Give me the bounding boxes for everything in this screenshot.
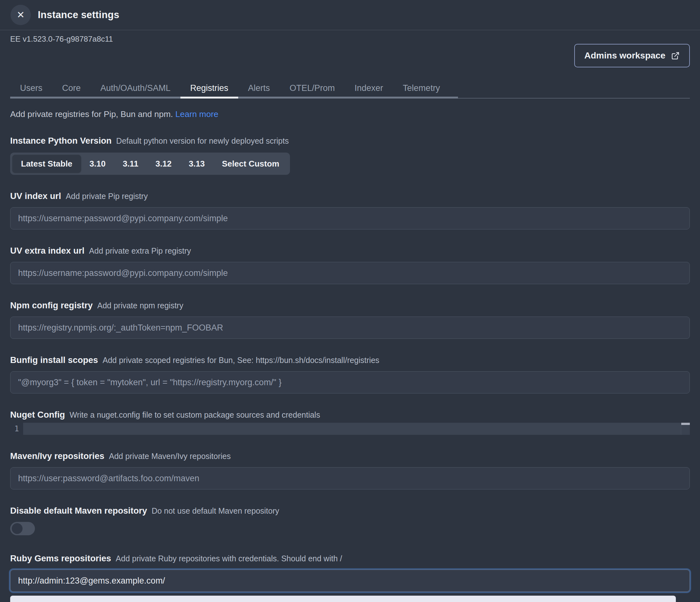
- field-uv-index-url: UV index url Add private Pip registry: [10, 191, 690, 230]
- python-option-3-13[interactable]: 3.13: [180, 155, 214, 173]
- field-maven-ivy-repositories: Maven/Ivy repositories Add private Maven…: [10, 451, 690, 489]
- npm-config-registry-label: Npm config registry: [10, 300, 93, 310]
- tab-list: Users Core Auth/OAuth/SAML Registries Al…: [10, 77, 458, 99]
- python-option-select-custom[interactable]: Select Custom: [214, 155, 288, 173]
- tab-otel-prom[interactable]: OTEL/Prom: [280, 77, 345, 99]
- field-nuget-config: Nuget Config Write a nuget.config file t…: [10, 409, 690, 435]
- uv-extra-index-url-hint: Add private extra Pip registry: [89, 246, 191, 255]
- editor-text-area[interactable]: [23, 423, 690, 435]
- bunfig-install-scopes-input[interactable]: [10, 371, 690, 393]
- editor-scrollbar[interactable]: [681, 423, 690, 425]
- modal-content: Windmill EE v1.523.0-76-g98787a8c11 Admi…: [0, 30, 700, 602]
- registries-intro-text: Add private registries for Pip, Bun and …: [10, 109, 173, 119]
- admins-workspace-label: Admins workspace: [584, 51, 666, 61]
- toggle-knob: [12, 523, 23, 534]
- python-version-label: Instance Python Version: [10, 136, 111, 146]
- page-title: Instance settings: [38, 9, 119, 21]
- field-python-version: Instance Python Version Default python v…: [10, 136, 690, 175]
- tab-auth-oauth-saml[interactable]: Auth/OAuth/SAML: [91, 77, 180, 99]
- disable-default-maven-hint: Do not use default Maven repository: [151, 506, 279, 515]
- settings-tabbar: Users Core Auth/OAuth/SAML Registries Al…: [10, 77, 690, 99]
- ruby-gems-label: Ruby Gems repositories: [10, 553, 111, 563]
- modal-header: ✕ Instance settings: [0, 0, 700, 30]
- clipped-workspace-heading: Windmill: [10, 30, 690, 33]
- python-option-3-11[interactable]: 3.11: [114, 155, 147, 173]
- uv-index-url-label: UV index url: [10, 191, 61, 201]
- ruby-gems-input[interactable]: [10, 570, 690, 592]
- external-link-icon: [671, 51, 680, 60]
- field-bunfig-install-scopes: Bunfig install scopes Add private scoped…: [10, 355, 690, 393]
- npm-config-registry-hint: Add private npm registry: [97, 301, 183, 310]
- tab-telemetry[interactable]: Telemetry: [393, 77, 450, 99]
- disable-default-maven-toggle[interactable]: [10, 522, 35, 535]
- nuget-config-hint: Write a nuget.config file to set custom …: [70, 410, 320, 419]
- disable-default-maven-label: Disable default Maven repository: [10, 506, 147, 515]
- maven-ivy-label: Maven/Ivy repositories: [10, 451, 104, 461]
- edition-version-text: EE v1.523.0-76-g98787a8c11: [10, 34, 690, 44]
- python-option-latest-stable[interactable]: Latest Stable: [12, 155, 81, 173]
- maven-ivy-hint: Add private Maven/Ivy repositories: [109, 452, 231, 461]
- tab-core[interactable]: Core: [52, 77, 91, 99]
- python-option-3-10[interactable]: 3.10: [81, 155, 114, 173]
- uv-extra-index-url-label: UV extra index url: [10, 246, 84, 256]
- bunfig-install-scopes-hint: Add private scoped registries for Bun, S…: [103, 356, 379, 365]
- tab-indexer[interactable]: Indexer: [345, 77, 393, 99]
- tab-registries[interactable]: Registries: [180, 77, 238, 99]
- editor-minimap: [681, 423, 690, 435]
- admins-workspace-button[interactable]: Admins workspace: [574, 44, 690, 67]
- save-bar: Save: [10, 596, 690, 602]
- field-npm-config-registry: Npm config registry Add private npm regi…: [10, 300, 690, 339]
- tab-alerts[interactable]: Alerts: [238, 77, 280, 99]
- editor-line-number: 1: [10, 423, 23, 435]
- learn-more-link[interactable]: Learn more: [175, 109, 219, 119]
- field-ruby-gems-repositories: Ruby Gems repositories Add private Ruby …: [10, 553, 690, 592]
- registries-intro: Add private registries for Pip, Bun and …: [10, 109, 690, 120]
- python-version-hint: Default python version for newly deploye…: [116, 136, 289, 145]
- python-option-3-12[interactable]: 3.12: [147, 155, 180, 173]
- bunfig-install-scopes-label: Bunfig install scopes: [10, 355, 98, 365]
- save-button[interactable]: Save: [10, 596, 676, 602]
- npm-config-registry-input[interactable]: [10, 317, 690, 339]
- uv-index-url-hint: Add private Pip registry: [66, 192, 148, 200]
- close-icon[interactable]: ✕: [10, 5, 31, 25]
- python-version-selector: Latest Stable 3.10 3.11 3.12 3.13 Select…: [10, 152, 290, 175]
- ruby-gems-hint: Add private Ruby repositories with crede…: [116, 554, 342, 563]
- uv-extra-index-url-input[interactable]: [10, 262, 690, 284]
- field-uv-extra-index-url: UV extra index url Add private extra Pip…: [10, 245, 690, 284]
- field-disable-default-maven: Disable default Maven repository Do not …: [10, 505, 690, 535]
- uv-index-url-input[interactable]: [10, 207, 690, 230]
- nuget-config-editor[interactable]: 1: [10, 423, 690, 435]
- maven-ivy-input[interactable]: [10, 467, 690, 489]
- tab-users[interactable]: Users: [10, 77, 52, 99]
- nuget-config-label: Nuget Config: [10, 410, 65, 419]
